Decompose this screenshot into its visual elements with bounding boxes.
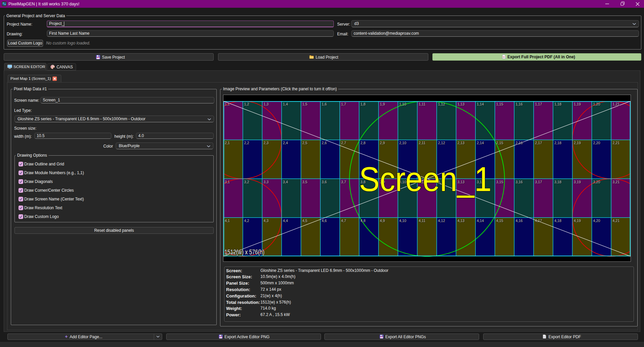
- svg-text:4,20: 4,20: [593, 219, 600, 223]
- svg-text:1,2: 1,2: [244, 102, 249, 106]
- svg-text:2,16: 2,16: [515, 141, 523, 145]
- svg-text:4,4: 4,4: [283, 219, 288, 223]
- svg-text:4,1: 4,1: [225, 219, 230, 223]
- svg-text:2,11: 2,11: [419, 141, 425, 145]
- svg-text:3,5: 3,5: [302, 180, 307, 184]
- svg-text:1,7: 1,7: [341, 102, 346, 106]
- svg-text:1,20: 1,20: [593, 102, 600, 106]
- svg-text:1,9: 1,9: [380, 102, 385, 106]
- svg-text:2,12: 2,12: [438, 141, 445, 145]
- svg-text:1,15: 1,15: [496, 102, 503, 106]
- svg-text:1,18: 1,18: [554, 102, 562, 106]
- svg-text:3,17: 3,17: [535, 180, 542, 184]
- svg-text:4,12: 4,12: [438, 219, 445, 223]
- svg-text:4,7: 4,7: [341, 219, 346, 223]
- svg-text:2,2: 2,2: [244, 141, 249, 145]
- svg-text:1,12: 1,12: [438, 102, 445, 106]
- svg-text:2,10: 2,10: [399, 141, 406, 145]
- svg-text:2,15: 2,15: [496, 141, 503, 145]
- svg-text:1,4: 1,4: [283, 102, 288, 106]
- svg-text:2,8: 2,8: [360, 141, 365, 145]
- svg-text:4,11: 4,11: [419, 219, 425, 223]
- svg-text:3,18: 3,18: [554, 180, 562, 184]
- svg-text:1512(w) x 576(h): 1512(w) x 576(h): [224, 248, 264, 256]
- svg-text:2,19: 2,19: [574, 141, 581, 145]
- svg-text:1,21: 1,21: [612, 102, 619, 106]
- svg-text:4,10: 4,10: [399, 219, 406, 223]
- svg-text:3,1: 3,1: [225, 180, 230, 184]
- svg-text:4,6: 4,6: [322, 219, 327, 223]
- svg-text:1,5: 1,5: [302, 102, 307, 106]
- svg-text:3,20: 3,20: [593, 180, 600, 184]
- svg-text:Screen_1: Screen_1: [359, 160, 492, 198]
- svg-text:4,19: 4,19: [574, 219, 581, 223]
- svg-text:4,18: 4,18: [554, 219, 562, 223]
- svg-text:3,7: 3,7: [341, 180, 346, 184]
- svg-text:1,19: 1,19: [574, 102, 581, 106]
- svg-text:2,17: 2,17: [535, 141, 542, 145]
- svg-text:4,2: 4,2: [244, 219, 249, 223]
- svg-text:1,3: 1,3: [263, 102, 269, 106]
- svg-text:2,4: 2,4: [283, 141, 288, 145]
- svg-text:4,9: 4,9: [380, 219, 385, 223]
- svg-text:2,7: 2,7: [341, 141, 346, 145]
- svg-text:3,16: 3,16: [515, 180, 523, 184]
- svg-text:1,6: 1,6: [322, 102, 327, 106]
- svg-text:1,10: 1,10: [399, 102, 406, 106]
- svg-text:3,4: 3,4: [283, 180, 288, 184]
- svg-text:3,21: 3,21: [612, 180, 619, 184]
- svg-text:1,11: 1,11: [419, 102, 425, 106]
- svg-text:2,14: 2,14: [477, 141, 484, 145]
- svg-text:4,13: 4,13: [457, 219, 464, 223]
- svg-text:4,15: 4,15: [496, 219, 503, 223]
- svg-text:3,3: 3,3: [263, 180, 269, 184]
- svg-text:2,21: 2,21: [612, 141, 619, 145]
- svg-text:2,6: 2,6: [322, 141, 327, 145]
- svg-text:3,15: 3,15: [496, 180, 503, 184]
- svg-text:1,16: 1,16: [515, 102, 523, 106]
- svg-text:4,17: 4,17: [535, 219, 542, 223]
- svg-text:2,1: 2,1: [225, 141, 230, 145]
- svg-text:1,1: 1,1: [225, 102, 230, 106]
- svg-text:3,6: 3,6: [322, 180, 327, 184]
- svg-text:4,21: 4,21: [612, 219, 619, 223]
- svg-text:4,14: 4,14: [477, 219, 484, 223]
- svg-text:3,19: 3,19: [574, 180, 581, 184]
- svg-text:4,16: 4,16: [515, 219, 523, 223]
- svg-text:1,8: 1,8: [360, 102, 365, 106]
- svg-text:1,14: 1,14: [477, 102, 484, 106]
- svg-text:2,18: 2,18: [554, 141, 562, 145]
- svg-text:1,13: 1,13: [457, 102, 464, 106]
- svg-text:2,3: 2,3: [263, 141, 269, 145]
- svg-text:2,20: 2,20: [593, 141, 600, 145]
- svg-text:2,13: 2,13: [457, 141, 464, 145]
- svg-text:2,9: 2,9: [380, 141, 385, 145]
- svg-text:4,3: 4,3: [263, 219, 269, 223]
- svg-text:1,17: 1,17: [535, 102, 542, 106]
- svg-text:2,5: 2,5: [302, 141, 307, 145]
- svg-text:4,5: 4,5: [302, 219, 307, 223]
- svg-text:3,2: 3,2: [244, 180, 249, 184]
- svg-text:4,8: 4,8: [360, 219, 365, 223]
